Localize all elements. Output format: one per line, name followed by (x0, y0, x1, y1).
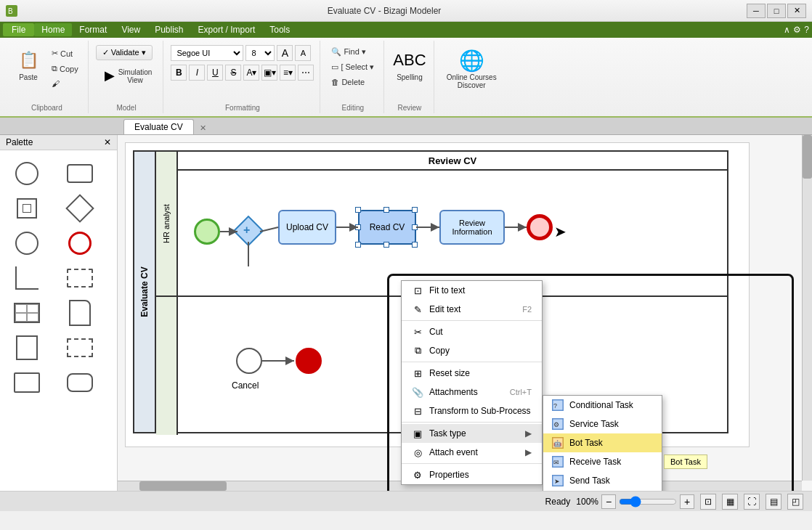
help-btn[interactable]: ? (804, 25, 809, 35)
palette-close-btn[interactable]: ✕ (104, 137, 111, 147)
right-arrow: ➤ (554, 223, 567, 240)
minimize-btn[interactable]: ─ (747, 4, 766, 18)
sub-menu-tasktype[interactable]: ? Conditional Task ⚙ Service Task 🤖 Bot … (543, 395, 662, 491)
ctx-attachments[interactable]: 📎 Attachments Ctrl+T (402, 383, 542, 401)
palette-circle-lg[interactable] (9, 229, 45, 258)
select-button[interactable]: ▭ [ Select ▾ (328, 60, 378, 74)
selection-handle-mr (412, 224, 418, 230)
ctx-edit-text[interactable]: ✎ Edit text F2 (402, 300, 542, 319)
spelling-button[interactable]: ABC Spelling (391, 45, 428, 85)
menu-format[interactable]: Format (72, 23, 114, 36)
ctx-transform-subprocess[interactable]: ⊟ Transform to Sub-Process (402, 401, 542, 420)
sub-send-task[interactable]: ➤ Send Task (543, 471, 662, 490)
menu-home[interactable]: Home (34, 23, 72, 36)
svg-text:✉: ✉ (553, 459, 559, 466)
sub-bot-task[interactable]: 🤖 Bot Task (543, 433, 662, 452)
start-event[interactable] (194, 219, 220, 245)
upload-cv-task[interactable]: Upload CV (278, 210, 336, 245)
selection-handle-tl (355, 207, 361, 213)
palette-monitor[interactable] (9, 368, 45, 397)
ctx-attach-event[interactable]: ◎ Attach event ▶ (402, 443, 542, 462)
menu-view[interactable]: View (114, 23, 147, 36)
palette-square-inner[interactable] (9, 194, 45, 223)
palette-table[interactable] (9, 298, 45, 327)
ctx-properties[interactable]: ⚙ Properties (402, 465, 542, 484)
palette-corner[interactable] (9, 264, 45, 293)
vertical-scrollbar[interactable] (802, 135, 812, 481)
pool-label: Evaluate CV (134, 152, 156, 432)
ctx-cut[interactable]: ✂ Cut (402, 322, 542, 341)
view-page-btn[interactable]: ▦ (722, 494, 738, 510)
ctx-task-type[interactable]: ▣ Task type ▶ (402, 424, 542, 443)
sub-conditional-task[interactable]: ? Conditional Task (543, 396, 662, 415)
tab-evaluate-cv[interactable]: Evaluate CV (123, 119, 194, 134)
bot-task-icon: 🤖 (552, 437, 564, 449)
sub-receive-task[interactable]: ✉ Receive Task (543, 452, 662, 471)
align-btn[interactable]: ≡▾ (280, 65, 296, 81)
delete-button[interactable]: 🗑 Delete (328, 76, 368, 89)
font-size-select[interactable]: 8 (245, 45, 275, 61)
palette-dashed-rect2[interactable] (62, 333, 98, 362)
fit-page-btn[interactable]: ⊡ (700, 494, 716, 510)
review-information-task[interactable]: ReviewInformation (439, 210, 505, 245)
read-cv-task[interactable]: Read CV (358, 210, 416, 245)
ribbon-toggle[interactable]: ∧ (784, 25, 790, 35)
menu-publish[interactable]: Publish (147, 23, 190, 36)
zoom-in-btn[interactable]: + (680, 494, 694, 509)
palette-rounded-rect[interactable] (62, 159, 98, 188)
ctx-fit-to-text[interactable]: ⊡ Fit to text (402, 281, 542, 300)
menu-file[interactable]: File (3, 23, 34, 36)
options-btn[interactable]: ⚙ (793, 25, 801, 35)
menu-export-import[interactable]: Export / Import (191, 23, 263, 36)
canvas-area[interactable]: Evaluate CV Review CV HR analyst (118, 135, 812, 491)
find-button[interactable]: 🔍 Find ▾ (328, 45, 369, 59)
palette-diamond[interactable] (62, 194, 98, 223)
copy-button[interactable]: ⧉ Copy (48, 62, 82, 76)
grid-btn[interactable]: ▤ (766, 494, 781, 510)
close-tab-btn[interactable]: ✕ (195, 122, 211, 134)
palette-circle[interactable] (9, 159, 45, 188)
plus-gateway[interactable] (233, 216, 264, 246)
cancel-intermediate-event[interactable] (236, 348, 262, 374)
sub-service-task[interactable]: ⚙ Service Task (543, 415, 662, 433)
minimap-btn[interactable]: ◰ (787, 494, 803, 510)
maximize-btn[interactable]: □ (767, 4, 786, 18)
font-family-select[interactable]: Segoe UI (171, 45, 243, 61)
font-grow-btn[interactable]: A (277, 45, 293, 61)
horizontal-scroll-thumb[interactable] (139, 481, 227, 491)
online-courses-button[interactable]: 🌐 Online CoursesDiscover (442, 45, 502, 93)
end-event[interactable] (527, 214, 553, 240)
font-color-btn[interactable]: A▾ (243, 65, 259, 81)
ctx-copy[interactable]: ⧉ Copy (402, 341, 542, 360)
ribbon-group-model: ✓ Validate ▾ ▶ SimulationView Model (90, 41, 164, 113)
sub-script-task[interactable]: 📜 Script Task (543, 490, 662, 491)
fullscreen-btn[interactable]: ⛶ (744, 494, 760, 510)
underline-btn[interactable]: U (207, 65, 223, 81)
more-btn[interactable]: ⋯ (298, 65, 314, 81)
selection-handle-ml (355, 224, 361, 230)
zoom-slider[interactable] (619, 496, 677, 507)
strikethrough-btn[interactable]: S (225, 65, 241, 81)
cancel-end-event[interactable] (296, 348, 322, 374)
format-painter-button[interactable]: 🖌 (48, 77, 82, 90)
simulation-view-button[interactable]: ▶ SimulationView (96, 63, 158, 88)
close-btn[interactable]: ✕ (787, 4, 806, 18)
ctx-reset-size[interactable]: ⊞ Reset size (402, 364, 542, 383)
font-shrink-btn[interactable]: A (295, 45, 311, 61)
palette-paper[interactable] (9, 333, 45, 362)
palette-extra[interactable] (62, 368, 98, 397)
palette-circle-red[interactable] (62, 229, 98, 258)
validate-button[interactable]: ✓ Validate ▾ (96, 45, 153, 60)
palette-dashed[interactable] (62, 264, 98, 293)
zoom-out-btn[interactable]: − (601, 494, 616, 509)
context-menu[interactable]: ⊡ Fit to text ✎ Edit text F2 ✂ Cut ⧉ Cop… (401, 280, 543, 485)
vertical-scroll-thumb[interactable] (803, 135, 812, 179)
paste-button[interactable]: 📋 Paste (12, 45, 45, 85)
highlight-btn[interactable]: ▣▾ (261, 65, 277, 81)
bold-btn[interactable]: B (171, 65, 187, 81)
palette-doc[interactable] (62, 298, 98, 327)
cut-button[interactable]: ✂ Paste Cut (48, 46, 82, 60)
menu-tools[interactable]: Tools (262, 23, 297, 36)
italic-btn[interactable]: I (189, 65, 205, 81)
copy-ctx-icon: ⧉ (412, 345, 423, 356)
